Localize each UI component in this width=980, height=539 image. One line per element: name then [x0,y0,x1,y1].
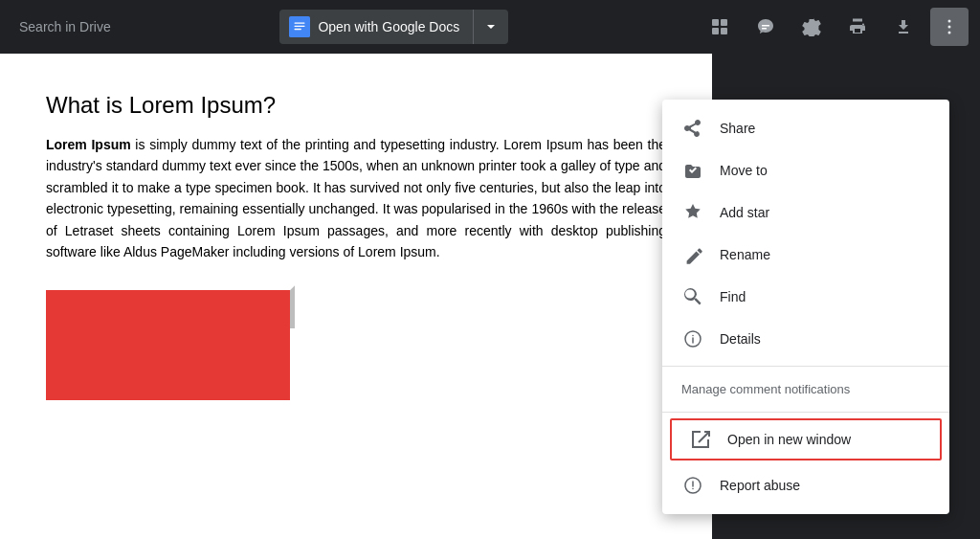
toolbar-right [701,8,969,46]
svg-point-16 [692,488,694,490]
menu-divider-1 [662,366,949,367]
share-icon [681,117,704,140]
svg-point-12 [947,32,950,34]
more-vertical-icon [940,17,959,36]
google-docs-icon [289,16,310,37]
svg-rect-1 [295,22,305,23]
download-button[interactable] [884,8,923,46]
menu-item-details[interactable]: Details [662,318,949,360]
svg-point-14 [692,335,694,337]
settings-button[interactable] [792,8,831,46]
menu-item-report-abuse[interactable]: Report abuse [662,464,949,506]
open-with-arrow[interactable] [474,10,508,44]
report-abuse-icon [681,474,704,497]
open-new-window-icon [689,428,712,451]
star-icon [681,201,704,224]
document-image-red [46,290,290,400]
menu-item-add-star[interactable]: Add star [662,191,949,234]
print-button[interactable] [838,8,877,46]
open-with-button[interactable]: Open with Google Docs [279,10,508,44]
comment-icon [756,17,775,36]
menu-open-new-window-label: Open in new window [727,432,851,447]
print-icon [848,17,867,36]
open-with-main: Open with Google Docs [279,10,474,44]
menu-divider-2 [662,412,949,413]
toolbar: Search in Drive Open with Google Docs [0,0,980,54]
document-heading: What is Lorem Ipsum? [46,92,666,119]
document-bold-start: Lorem Ipsum [46,137,131,152]
more-options-button[interactable] [930,8,969,46]
menu-move-to-label: Move to [720,163,768,178]
comment-button[interactable] [746,8,785,46]
search-in-drive-label: Search in Drive [11,19,184,34]
menu-details-label: Details [720,331,761,347]
menu-add-star-label: Add star [720,205,769,220]
document-viewer: What is Lorem Ipsum? Lorem Ipsum is simp… [0,54,712,539]
svg-point-11 [947,26,950,29]
menu-rename-label: Rename [720,247,770,262]
svg-rect-5 [721,19,727,26]
manage-comment-notifications-label: Manage comment notifications [662,372,949,406]
menu-report-abuse-label: Report abuse [720,478,800,493]
grid-icon [710,17,729,36]
details-icon [681,327,704,350]
svg-rect-2 [295,26,305,27]
menu-item-rename[interactable]: Rename [662,234,949,276]
menu-item-open-new-window[interactable]: Open in new window [670,418,942,460]
svg-rect-9 [762,28,767,30]
grid-view-button[interactable] [701,8,739,46]
main-content: What is Lorem Ipsum? Lorem Ipsum is simp… [0,54,980,539]
dropdown-menu: Share Move to Add star [662,100,949,514]
svg-point-10 [947,20,950,23]
settings-icon [802,17,821,36]
menu-item-find[interactable]: Find [662,276,949,318]
open-with-label: Open with Google Docs [318,19,459,34]
rename-icon [681,243,704,266]
menu-share-label: Share [720,121,755,136]
svg-rect-3 [295,29,301,30]
find-icon [681,285,704,308]
menu-find-label: Find [720,289,746,304]
move-to-icon [681,159,704,182]
document-paragraph: Lorem Ipsum is simply dummy text of the … [46,134,666,262]
svg-rect-8 [762,25,769,27]
menu-item-share[interactable]: Share [662,107,949,149]
svg-rect-6 [712,28,719,34]
svg-rect-4 [712,19,719,26]
svg-rect-7 [721,28,727,34]
download-icon [894,17,913,36]
document-image [46,285,295,400]
menu-item-move-to[interactable]: Move to [662,149,949,191]
